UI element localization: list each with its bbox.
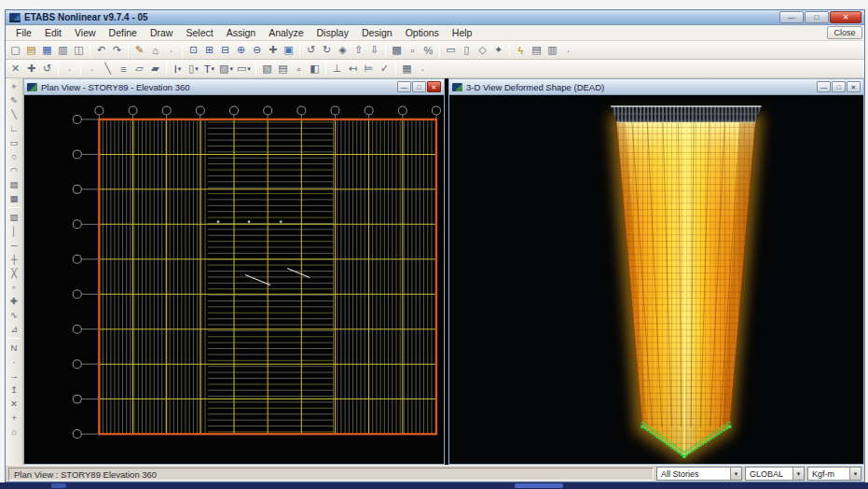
more-dot-icon[interactable]: ∙ bbox=[163, 42, 179, 58]
clear-selection-dot-icon[interactable]: ∙ bbox=[62, 61, 77, 77]
menu-item-draw[interactable]: Draw bbox=[144, 26, 180, 39]
triangle-tool-icon[interactable]: ⊿ bbox=[7, 322, 21, 336]
spline-tool-icon[interactable]: ∿ bbox=[7, 308, 21, 322]
percent-icon[interactable]: % bbox=[420, 42, 436, 58]
wall-section-dropdown[interactable]: ▨▾ bbox=[217, 61, 235, 77]
three-d-view-icon[interactable]: ◇ bbox=[475, 42, 490, 58]
minimize-button[interactable]: — bbox=[779, 11, 804, 23]
plan-close-button[interactable]: ✕ bbox=[427, 81, 441, 92]
refresh-view-icon[interactable]: ↻ bbox=[319, 42, 335, 58]
view-3d-titlebar[interactable]: 3-D View Deformed Shape (DEAD) — □ ✕ bbox=[449, 79, 863, 95]
arrow-right-tool-icon[interactable]: → bbox=[7, 369, 21, 383]
object-shrink-icon[interactable]: ▫ bbox=[291, 61, 307, 77]
rectangle-tool-icon[interactable]: ▭ bbox=[7, 135, 21, 149]
app-titlebar[interactable]: ETABS Nonlinear v9.7.4 - 05 — □ ✕ bbox=[6, 10, 864, 25]
north-tool-icon[interactable]: N bbox=[7, 341, 21, 355]
slab-section-dropdown[interactable]: ▭▾ bbox=[235, 61, 253, 77]
stories-dropdown[interactable]: All Stories ▼ bbox=[656, 467, 742, 481]
plus-tool-icon[interactable]: + bbox=[7, 411, 21, 425]
menu-item-edit[interactable]: Edit bbox=[38, 26, 68, 39]
intersect-tool-icon[interactable]: ┼ bbox=[7, 252, 21, 266]
polyline-tool-icon[interactable]: ∟ bbox=[7, 121, 21, 135]
plan-grid-canvas[interactable] bbox=[24, 95, 444, 464]
taskbar-app-segment[interactable] bbox=[515, 483, 563, 488]
run-analysis-icon[interactable]: ϟ bbox=[513, 42, 529, 58]
open-file-icon[interactable]: ▤ bbox=[23, 42, 39, 58]
restore-selection-icon[interactable]: ↺ bbox=[39, 61, 55, 77]
rubber-band-icon[interactable]: ▣ bbox=[281, 42, 296, 58]
move-up-story-icon[interactable]: ⇧ bbox=[351, 42, 366, 58]
new-model-icon[interactable]: ▢ bbox=[7, 42, 23, 58]
named-view-icon[interactable]: ✦ bbox=[490, 42, 506, 58]
show-grid-icon[interactable]: ▩ bbox=[389, 42, 405, 58]
pan-icon[interactable]: ✚ bbox=[265, 42, 281, 58]
menu-item-select[interactable]: Select bbox=[179, 26, 219, 39]
snap-line-icon[interactable]: ⊨ bbox=[361, 61, 377, 77]
plan-maximize-button[interactable]: □ bbox=[412, 81, 426, 92]
menu-item-help[interactable]: Help bbox=[446, 26, 479, 39]
plan-minimize-button[interactable]: — bbox=[397, 81, 411, 92]
save-icon[interactable]: ▦ bbox=[39, 42, 55, 58]
line-tool-icon[interactable]: ╲ bbox=[7, 107, 21, 121]
draw-more-dot-icon[interactable]: ∙ bbox=[415, 61, 431, 77]
taskbar-start-segment[interactable] bbox=[51, 483, 66, 488]
undo-icon[interactable]: ↶ bbox=[93, 42, 109, 58]
perspective-icon[interactable]: ◈ bbox=[335, 42, 351, 58]
zoom-previous-icon[interactable]: ⊟ bbox=[217, 42, 233, 58]
extrude-view-icon[interactable]: ◧ bbox=[307, 61, 323, 77]
brace-section-dropdown[interactable]: T▾ bbox=[201, 61, 217, 77]
show-tables-icon[interactable]: ▤ bbox=[529, 42, 544, 58]
zoom-in-icon[interactable]: ⊕ bbox=[233, 42, 249, 58]
edit-tool-icon[interactable]: ✎ bbox=[7, 93, 21, 107]
deformed-shape-canvas[interactable] bbox=[449, 95, 863, 464]
stories-dropdown-arrow-icon[interactable]: ▼ bbox=[730, 468, 741, 480]
view-options-icon[interactable]: ▧ bbox=[259, 61, 275, 77]
select-pointer-icon[interactable]: ✕ bbox=[7, 61, 23, 77]
arrow-up-tool-icon[interactable]: ↥ bbox=[7, 383, 21, 397]
quick-draw-area-icon[interactable]: ▰ bbox=[147, 61, 163, 77]
beam-tool-icon[interactable]: ─ bbox=[7, 238, 21, 252]
brace-section-dropdown-arrow-icon[interactable]: ▾ bbox=[212, 65, 215, 73]
coord-system-dropdown-arrow-icon[interactable]: ▼ bbox=[792, 468, 804, 480]
menu-item-define[interactable]: Define bbox=[103, 26, 144, 39]
pointer-tool-icon[interactable]: ⌖ bbox=[7, 79, 21, 93]
draw-area-icon[interactable]: ▱ bbox=[131, 61, 147, 77]
menu-item-file[interactable]: File bbox=[9, 26, 38, 39]
menu-item-analyze[interactable]: Analyze bbox=[262, 26, 310, 39]
circle-tool-icon[interactable]: ○ bbox=[7, 149, 21, 163]
beam-section-dropdown-arrow-icon[interactable]: ▾ bbox=[178, 65, 182, 73]
plan-view-titlebar[interactable]: Plan View - STORY89 - Elevation 360 — □ … bbox=[24, 79, 444, 95]
menu-item-assign[interactable]: Assign bbox=[220, 26, 263, 39]
move-down-story-icon[interactable]: ⇩ bbox=[366, 42, 382, 58]
shrink-objects-icon[interactable]: ▫ bbox=[405, 42, 420, 58]
close-window-button[interactable]: ✕ bbox=[830, 11, 861, 23]
column-section-dropdown-arrow-icon[interactable]: ▾ bbox=[195, 65, 199, 73]
print-icon[interactable]: ▥ bbox=[55, 42, 71, 58]
area-tool-icon[interactable]: ▧ bbox=[7, 210, 21, 224]
maximize-button[interactable]: □ bbox=[805, 11, 829, 23]
menu-item-options[interactable]: Options bbox=[399, 26, 446, 39]
delete-tool-icon[interactable]: ✕ bbox=[7, 397, 21, 411]
grid-tool-icon[interactable]: ▤ bbox=[7, 177, 21, 191]
drawing-settings-icon[interactable]: ▦ bbox=[399, 61, 415, 77]
snap-grid-icon[interactable]: ⊥ bbox=[329, 61, 345, 77]
lock-model-icon[interactable]: ⌂ bbox=[147, 42, 163, 58]
close-button[interactable]: Close bbox=[827, 26, 862, 39]
taskbar[interactable] bbox=[0, 482, 868, 489]
home-tool-icon[interactable]: ⌂ bbox=[7, 425, 21, 439]
menu-item-display[interactable]: Display bbox=[310, 26, 355, 39]
print-preview-icon[interactable]: ◫ bbox=[71, 42, 87, 58]
draw-line-icon[interactable]: ╲ bbox=[100, 61, 116, 77]
column-section-dropdown[interactable]: ▯▾ bbox=[186, 61, 201, 77]
arc-tool-icon[interactable]: ◠ bbox=[7, 163, 21, 177]
snap-check-icon[interactable]: ✓ bbox=[377, 61, 393, 77]
elevation-view-icon[interactable]: ▯ bbox=[459, 42, 475, 58]
object-fill-icon[interactable]: ▤ bbox=[275, 61, 291, 77]
beam-section-dropdown[interactable]: I▾ bbox=[170, 61, 186, 77]
units-dropdown-arrow-icon[interactable]: ▼ bbox=[849, 468, 861, 480]
mesh-tool-icon[interactable]: ▦ bbox=[7, 191, 21, 205]
zoom-window-icon[interactable]: ⊡ bbox=[186, 42, 201, 58]
quick-draw-line-icon[interactable]: ≡ bbox=[116, 61, 131, 77]
menu-item-design[interactable]: Design bbox=[355, 26, 399, 39]
column-tool-icon[interactable]: │ bbox=[7, 224, 21, 238]
